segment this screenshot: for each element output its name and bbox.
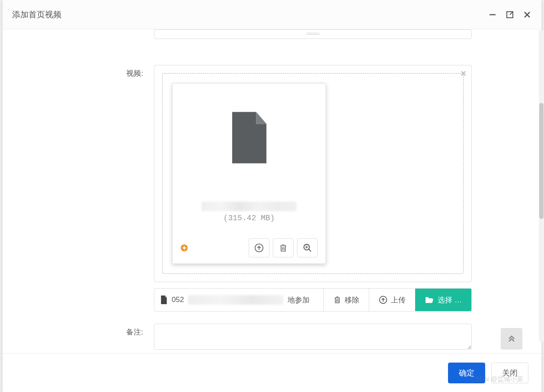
filename-display: 052 地参加	[154, 289, 323, 311]
modal-body: 视频: × (315.42 MB)	[3, 29, 541, 353]
modal-title: 添加首页视频	[12, 9, 488, 20]
modal-dialog: 添加首页视频 视频:	[3, 0, 541, 392]
select-file-button[interactable]: 选择 …	[415, 289, 471, 311]
filename-redacted	[202, 202, 297, 211]
clear-upload-icon[interactable]: ×	[461, 68, 466, 79]
filename-redacted-inline	[188, 295, 283, 305]
scroll-top-button[interactable]	[501, 328, 522, 350]
svg-line-2	[510, 12, 513, 15]
chevron-up-double-icon	[507, 334, 516, 343]
upload-circle-icon	[254, 243, 264, 253]
close-button[interactable]	[522, 10, 532, 19]
file-size: (315.42 MB)	[224, 214, 275, 222]
filename-suffix: 地参加	[288, 295, 310, 305]
scrollbar-thumb[interactable]	[539, 103, 544, 219]
upload-button[interactable]: 上传	[369, 289, 415, 311]
modal-footer: 确定 关闭	[3, 353, 541, 392]
document-icon	[229, 112, 270, 164]
dropzone[interactable]: (315.42 MB)	[162, 73, 464, 274]
grip-icon	[307, 33, 320, 35]
delete-file-button[interactable]	[273, 238, 294, 257]
preview-file-button[interactable]	[297, 238, 318, 257]
upload-circle-icon	[379, 296, 387, 304]
modal-header: 添加首页视频	[3, 0, 541, 29]
remark-label: 备注:	[3, 324, 154, 337]
window-controls	[488, 10, 532, 19]
close-modal-button[interactable]: 关闭	[491, 363, 528, 383]
trash-icon	[333, 296, 341, 304]
remove-button[interactable]: 移除	[323, 289, 369, 311]
filename-prefix: 052	[172, 296, 184, 304]
confirm-button[interactable]: 确定	[448, 363, 485, 383]
add-badge-icon	[180, 244, 188, 252]
svg-line-11	[309, 249, 311, 252]
folder-open-icon	[425, 296, 434, 304]
upload-panel: × (315.42 MB)	[154, 65, 472, 282]
scrollbar[interactable]	[539, 30, 544, 342]
trash-icon	[279, 243, 288, 253]
video-label: 视频:	[3, 65, 154, 78]
file-icon	[160, 296, 167, 304]
remark-textarea[interactable]	[154, 324, 472, 350]
zoom-icon	[303, 243, 312, 253]
minimize-button[interactable]	[488, 10, 497, 19]
file-card: (315.42 MB)	[172, 83, 326, 264]
upload-file-button[interactable]	[249, 238, 269, 257]
collapsed-panel[interactable]	[154, 29, 472, 39]
file-toolbar: 052 地参加 移除 上传 选择 …	[154, 288, 472, 312]
maximize-button[interactable]	[505, 10, 515, 19]
